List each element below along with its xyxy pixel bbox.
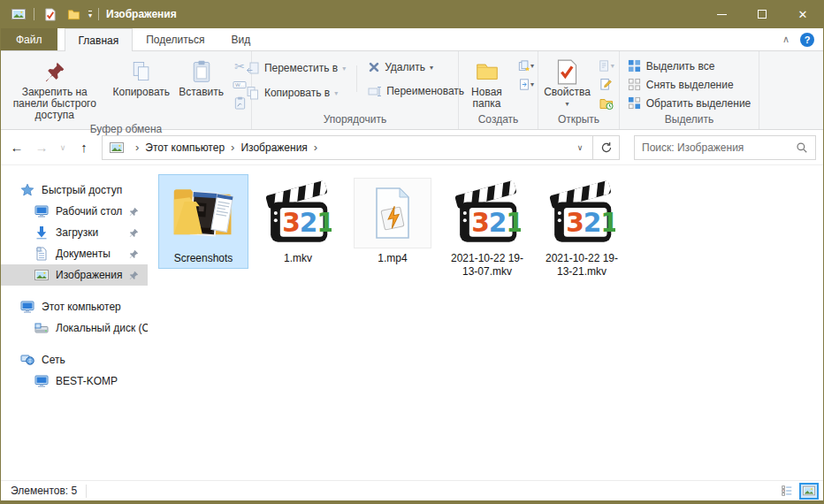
explorer-location-icon[interactable] — [10, 5, 27, 23]
collapse-ribbon-button[interactable]: ∧ — [782, 34, 790, 45]
rename-button[interactable]: Переименовать — [362, 83, 469, 99]
sidebar-item-documents[interactable]: Документы — [1, 243, 148, 264]
status-bar: Элементов: 5 — [1, 480, 823, 500]
sidebar-item-pictures[interactable]: Изображения — [1, 264, 148, 286]
mpc-media-icon: 321 — [259, 178, 337, 248]
organize-separator — [356, 65, 357, 92]
thumbnail-view-button[interactable] — [799, 483, 819, 500]
location-icon — [103, 141, 129, 155]
pin-icon — [129, 228, 139, 238]
delete-icon — [368, 61, 380, 73]
back-button[interactable]: ← — [6, 137, 27, 158]
new-item-button[interactable]: ▾ — [518, 58, 534, 73]
refresh-button[interactable] — [592, 136, 619, 159]
invert-selection-icon — [628, 96, 641, 110]
properties-button[interactable]: Свойства ▾ — [539, 53, 595, 110]
pin-icon — [129, 271, 139, 280]
sidebar-item-this-pc[interactable]: Этот компьютер — [1, 296, 148, 317]
copy-label: Копировать — [113, 87, 171, 98]
group-label-open: Открыть — [538, 111, 619, 129]
ribbon-group-open: Свойства ▾ ▾ Открыть — [538, 51, 620, 129]
tab-share[interactable]: Поделиться — [133, 28, 217, 50]
recent-locations-dropdown[interactable]: ∨ — [56, 137, 70, 158]
file-tile-1-mp4[interactable]: 1.mp4 — [347, 174, 438, 269]
sidebar-item-local-disk-c[interactable]: Локальный диск (C:) — [1, 317, 148, 339]
open-with-button[interactable]: ▾ — [599, 58, 614, 73]
help-button[interactable]: ? — [800, 33, 814, 47]
address-bar[interactable]: › Этот компьютер › Изображения › ∨ — [102, 135, 620, 160]
tab-view[interactable]: Вид — [217, 28, 263, 50]
navigation-row: ← → ∨ ↑ › Этот компьютер › Изображения ›… — [1, 130, 823, 165]
sidebar-item-network[interactable]: Сеть — [1, 349, 148, 370]
details-view-button[interactable] — [777, 483, 797, 500]
minimize-button[interactable] — [701, 0, 742, 28]
move-to-button[interactable]: Переместить в ▾ — [240, 60, 351, 76]
quick-access-toolbar: ▾ — [1, 5, 99, 23]
file-tile-2021-10-22-19-13-21[interactable]: 321 2021-10-22 19-13-21.mkv — [537, 174, 627, 282]
easy-access-button[interactable]: ▾ — [518, 77, 534, 92]
sidebar-item-quick-access[interactable]: Быстрый доступ — [1, 179, 148, 201]
paste-label: Вставить — [179, 87, 224, 98]
pin-label: Закрепить на панели быстрого доступа — [5, 87, 104, 121]
file-list: Screenshots 321 1.mkv — [148, 165, 823, 480]
rename-icon — [368, 84, 382, 98]
navigation-pane: Быстрый доступ Рабочий стол Загрузки Док… — [1, 165, 148, 480]
pin-icon — [129, 207, 139, 217]
sidebar-item-downloads[interactable]: Загрузки — [1, 222, 148, 243]
new-folder-button[interactable]: Новая папка — [459, 53, 515, 110]
qat-separator — [34, 8, 34, 20]
this-pc-icon — [20, 300, 34, 314]
close-button[interactable]: ✕ — [782, 0, 823, 28]
properties-label: Свойства — [544, 87, 591, 98]
ribbon: Закрепить на панели быстрого доступа Коп… — [1, 50, 823, 130]
forward-button[interactable]: → — [31, 137, 52, 158]
window-controls: ✕ — [701, 0, 823, 28]
new-folder-qat-button[interactable] — [65, 5, 82, 23]
sidebar-item-desktop[interactable]: Рабочий стол — [1, 201, 148, 222]
file-tile-1-mkv[interactable]: 321 1.mkv — [253, 174, 343, 269]
network-icon — [20, 353, 34, 367]
breadcrumb-this-pc[interactable]: Этот компьютер — [145, 141, 225, 154]
edit-button[interactable] — [599, 77, 614, 92]
ribbon-group-clipboard: Закрепить на панели быстрого доступа Коп… — [1, 51, 252, 129]
main-area: Быстрый доступ Рабочий стол Загрузки Док… — [1, 165, 823, 480]
pin-to-quick-access-button[interactable]: Закрепить на панели быстрого доступа — [1, 53, 109, 121]
delete-button[interactable]: Удалить ▾ — [362, 60, 469, 74]
invert-selection-button[interactable]: Обратить выделение — [622, 96, 757, 110]
up-button[interactable]: ↑ — [73, 137, 95, 158]
tab-file[interactable]: Файл — [1, 28, 57, 50]
file-name: 2021-10-22 19-13-21.mkv — [539, 252, 624, 279]
select-none-button[interactable]: Снять выделение — [622, 78, 757, 91]
paste-button[interactable]: Вставить — [174, 53, 228, 98]
properties-qat-button[interactable] — [41, 5, 58, 23]
breadcrumb-chevron-icon[interactable]: › — [129, 141, 145, 154]
sidebar-item-best-komp[interactable]: BEST-KOMP — [1, 370, 148, 392]
file-tile-screenshots[interactable]: Screenshots — [158, 174, 248, 269]
maximize-button[interactable] — [742, 0, 782, 28]
customize-qat-dropdown[interactable]: ▾ — [88, 11, 92, 19]
address-dropdown-button[interactable]: ∨ — [568, 136, 592, 159]
copy-icon — [129, 57, 154, 87]
breadcrumb-pictures[interactable]: Изображения — [240, 141, 307, 154]
drive-icon — [34, 321, 49, 335]
documents-icon — [34, 247, 49, 261]
copy-to-button[interactable]: Копировать в ▾ — [240, 85, 351, 101]
pin-icon — [43, 57, 66, 87]
new-folder-label: Новая папка — [463, 87, 510, 110]
breadcrumb-chevron-icon[interactable]: › — [225, 141, 240, 154]
refresh-icon — [600, 141, 613, 154]
desktop-icon — [34, 204, 49, 218]
tab-home[interactable]: Главная — [65, 28, 134, 51]
search-icon[interactable] — [789, 141, 815, 154]
file-name: 2021-10-22 19-13-07.mkv — [445, 252, 530, 279]
select-all-button[interactable]: Выделить все — [622, 59, 757, 73]
window-title: Изображения — [106, 8, 177, 20]
file-name: Screenshots — [174, 252, 233, 265]
group-label-create: Создать — [459, 111, 538, 129]
svg-text:321: 321 — [282, 207, 332, 238]
copy-button[interactable]: Копировать — [109, 53, 175, 98]
file-tile-2021-10-22-19-13-07[interactable]: 321 2021-10-22 19-13-07.mkv — [442, 174, 532, 282]
breadcrumb-chevron-icon[interactable]: › — [308, 141, 324, 154]
history-button[interactable] — [599, 95, 614, 111]
search-input[interactable] — [635, 141, 789, 154]
